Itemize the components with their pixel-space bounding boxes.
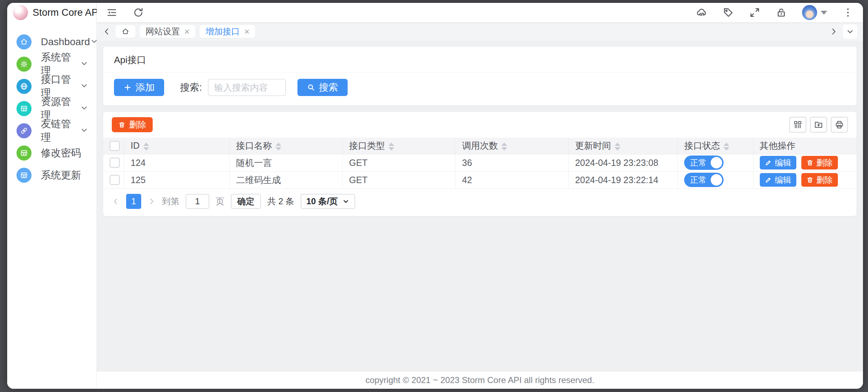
next-page-icon[interactable] xyxy=(148,197,156,205)
footer: copyright © 2021 ~ 2023 Storm Core API a… xyxy=(97,372,863,389)
sidebar-item-system-update[interactable]: 系统更新 xyxy=(7,164,96,186)
content-area: Api接口 添加 搜索: 搜索 xyxy=(97,41,863,372)
trash-icon xyxy=(118,121,125,128)
delete-button[interactable]: 删除 xyxy=(801,156,838,169)
sort-type[interactable] xyxy=(388,143,394,150)
delete-button[interactable]: 删除 xyxy=(801,173,838,187)
table-header-row: ID 接口名称 接口类型 调用次数 更新时间 接口状态 其他操作 xyxy=(103,138,857,154)
sort-calls[interactable] xyxy=(501,143,507,150)
home-icon xyxy=(16,34,32,49)
sort-name[interactable] xyxy=(276,143,281,150)
chevron-down-icon xyxy=(821,11,827,15)
sort-status[interactable] xyxy=(724,143,729,150)
total-count: 共 2 条 xyxy=(267,196,294,207)
api-table-card: 删除 xyxy=(103,112,857,216)
table-row: 125 二维码生成 GET 42 2024-04-19 23:22:14 正常 xyxy=(103,171,857,188)
search-icon xyxy=(307,83,315,92)
grid-icon xyxy=(16,168,32,183)
sidebar-item-friend-links[interactable]: 友链管理 xyxy=(7,120,96,142)
page-title: Api接口 xyxy=(103,47,857,72)
sidebar-menu: Dashboard 系统管理 接口管理 xyxy=(7,31,96,186)
status-toggle[interactable]: 正常 xyxy=(684,173,724,187)
confirm-button[interactable]: 确定 xyxy=(231,194,261,209)
row-checkbox[interactable] xyxy=(110,158,120,168)
select-all-checkbox[interactable] xyxy=(110,141,120,151)
trash-icon xyxy=(806,176,814,183)
app-window: Storm Core API控制台 Dashboard 系统管理 xyxy=(7,3,863,389)
copyright-text: copyright © 2021 ~ 2023 Storm Core API a… xyxy=(366,375,595,385)
edit-button[interactable]: 编辑 xyxy=(760,173,796,187)
tab-home[interactable] xyxy=(115,25,135,38)
grid-icon xyxy=(16,101,32,116)
cloud-code-icon[interactable] xyxy=(696,7,707,18)
gear-icon xyxy=(16,57,32,72)
user-menu[interactable] xyxy=(802,5,827,20)
pencil-icon xyxy=(765,159,772,166)
home-icon xyxy=(121,27,130,36)
fullscreen-icon[interactable] xyxy=(749,7,760,18)
close-icon[interactable]: × xyxy=(244,27,249,36)
lock-icon[interactable] xyxy=(776,7,787,18)
pagination: 1 到第 页 确定 共 2 条 10 条/页 xyxy=(103,189,857,216)
user-avatar xyxy=(802,5,817,20)
trash-icon xyxy=(806,159,814,166)
columns-settings-icon[interactable] xyxy=(789,117,806,133)
row-checkbox[interactable] xyxy=(110,175,120,185)
app-logo-row: Storm Core API控制台 xyxy=(7,3,96,22)
prev-page-icon[interactable] xyxy=(112,197,120,205)
refresh-icon[interactable] xyxy=(133,7,144,18)
sort-updated[interactable] xyxy=(615,143,620,150)
tab-add-api[interactable]: 增加接口 × xyxy=(200,25,255,38)
export-icon[interactable] xyxy=(810,117,827,133)
sidebar: Storm Core API控制台 Dashboard 系统管理 xyxy=(7,3,97,389)
goto-page-input[interactable] xyxy=(186,194,209,209)
close-icon[interactable]: × xyxy=(184,27,190,36)
page-size-select[interactable]: 10 条/页 xyxy=(301,194,355,209)
app-logo-avatar xyxy=(13,5,28,20)
link-icon xyxy=(16,123,32,138)
search-label: 搜索: xyxy=(180,81,202,94)
chevron-down-icon xyxy=(80,59,89,69)
tabs-dropdown-icon[interactable] xyxy=(843,24,857,39)
page-number[interactable]: 1 xyxy=(126,194,141,209)
kebab-menu-icon[interactable] xyxy=(842,7,854,18)
edit-button[interactable]: 编辑 xyxy=(760,156,796,169)
print-icon[interactable] xyxy=(831,117,848,133)
tab-bar: 网站设置 × 增加接口 × xyxy=(97,22,863,41)
chevron-down-icon xyxy=(80,126,89,136)
sidebar-item-resource-manage[interactable]: 资源管理 xyxy=(7,97,96,120)
toggle-knob xyxy=(711,157,722,168)
tag-icon[interactable] xyxy=(722,7,734,18)
tab-site-settings[interactable]: 网站设置 × xyxy=(140,25,195,38)
chevron-down-icon xyxy=(80,104,89,114)
table-row: 124 随机一言 GET 36 2024-04-19 23:23:08 正常 xyxy=(103,154,857,171)
goto-prefix: 到第 xyxy=(162,196,179,207)
sort-id[interactable] xyxy=(143,143,149,150)
sidebar-item-change-password[interactable]: 修改密码 xyxy=(7,142,96,164)
add-button[interactable]: 添加 xyxy=(114,79,164,96)
api-table: ID 接口名称 接口类型 调用次数 更新时间 接口状态 其他操作 124 xyxy=(103,138,857,189)
top-header xyxy=(97,3,863,22)
search-input[interactable] xyxy=(208,79,286,96)
chevron-down-icon xyxy=(80,81,89,91)
grid-icon xyxy=(16,145,32,161)
sidebar-item-api-manage[interactable]: 接口管理 xyxy=(7,75,96,97)
pencil-icon xyxy=(765,176,772,183)
globe-icon xyxy=(16,79,32,94)
plus-icon xyxy=(123,83,132,92)
toggle-knob xyxy=(711,174,722,186)
search-button[interactable]: 搜索 xyxy=(297,79,348,96)
goto-suffix: 页 xyxy=(216,196,224,207)
bulk-delete-button[interactable]: 删除 xyxy=(112,117,153,132)
sidebar-item-dashboard[interactable]: Dashboard xyxy=(7,31,96,53)
tabs-scroll-right-icon[interactable] xyxy=(829,27,838,36)
api-panel: Api接口 添加 搜索: 搜索 xyxy=(103,47,857,105)
status-toggle[interactable]: 正常 xyxy=(684,156,724,170)
tabs-scroll-left-icon[interactable] xyxy=(102,27,111,36)
sidebar-item-system-manage[interactable]: 系统管理 xyxy=(7,53,96,75)
collapse-sidebar-icon[interactable] xyxy=(106,7,118,18)
chevron-down-icon xyxy=(342,198,349,205)
main-area: 网站设置 × 增加接口 × Api接口 xyxy=(97,3,863,389)
